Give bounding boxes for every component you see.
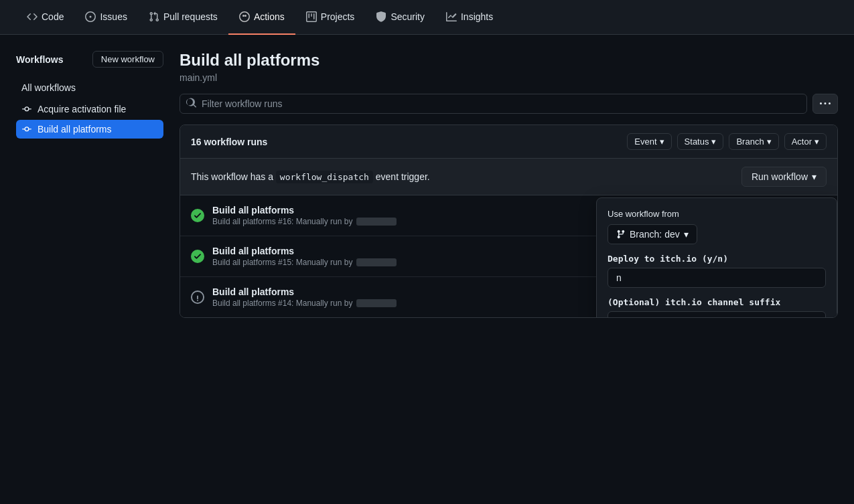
dropdown-use-workflow-label: Use workflow from bbox=[608, 209, 826, 219]
dispatch-code: workflow_dispatch bbox=[276, 171, 373, 183]
status-filter-button[interactable]: Status ▾ bbox=[677, 133, 724, 150]
search-icon bbox=[186, 98, 197, 110]
event-filter-button[interactable]: Event ▾ bbox=[627, 133, 671, 150]
content-header: Build all platforms main.yml bbox=[180, 51, 838, 83]
security-icon bbox=[376, 11, 386, 22]
page-subtitle: main.yml bbox=[180, 72, 838, 83]
workflow-icon bbox=[21, 104, 32, 114]
search-input[interactable] bbox=[180, 94, 807, 114]
status-success-icon bbox=[191, 209, 204, 222]
run-count: 16 workflow runs bbox=[191, 137, 267, 147]
sidebar-item-build-all[interactable]: Build all platforms bbox=[16, 120, 163, 139]
sidebar-item-all-workflows[interactable]: All workflows bbox=[16, 78, 163, 97]
filter-bar bbox=[180, 94, 838, 114]
nav-code[interactable]: Code bbox=[16, 0, 74, 35]
run-workflow-dropdown: Use workflow from Branch: dev ▾ Deploy t… bbox=[596, 197, 837, 318]
projects-icon bbox=[306, 11, 317, 22]
nav-insights[interactable]: Insights bbox=[435, 0, 504, 35]
sidebar: Workflows New workflow All workflows Acq… bbox=[16, 51, 163, 318]
nav-security-label: Security bbox=[390, 11, 425, 22]
nav-issues[interactable]: Issues bbox=[74, 0, 137, 35]
nav-actions-label: Actions bbox=[254, 11, 285, 22]
nav-actions[interactable]: Actions bbox=[228, 0, 295, 35]
chevron-down-icon: ▾ bbox=[684, 229, 689, 240]
sidebar-item-acquire[interactable]: Acquire activation file bbox=[16, 100, 163, 118]
main-layout: Workflows New workflow All workflows Acq… bbox=[0, 35, 854, 334]
actions-icon bbox=[239, 11, 250, 22]
chevron-down-icon: ▾ bbox=[711, 137, 716, 147]
blurred-user bbox=[356, 258, 397, 266]
actor-filter-button[interactable]: Actor ▾ bbox=[784, 133, 827, 150]
more-options-button[interactable] bbox=[812, 94, 838, 114]
deploy-input[interactable] bbox=[608, 268, 826, 288]
deploy-label: Deploy to itch.io (y/n) bbox=[608, 254, 826, 264]
branch-icon bbox=[616, 230, 626, 239]
nav-code-label: Code bbox=[42, 11, 64, 22]
issues-icon bbox=[85, 11, 96, 22]
workflow-icon-active bbox=[21, 124, 32, 135]
pr-icon bbox=[149, 11, 159, 22]
page-title: Build all platforms bbox=[180, 51, 838, 70]
branch-select-label: Branch: dev bbox=[630, 229, 680, 240]
top-navigation: Code Issues Pull requests Actions bbox=[0, 0, 854, 35]
search-wrap bbox=[180, 94, 807, 114]
status-warning-icon bbox=[191, 290, 204, 304]
code-icon bbox=[27, 11, 38, 22]
sidebar-header: Workflows New workflow bbox=[16, 51, 163, 68]
status-success-icon bbox=[191, 250, 204, 263]
sidebar-title: Workflows bbox=[16, 54, 64, 65]
new-workflow-button[interactable]: New workflow bbox=[92, 51, 163, 68]
table-header: 16 workflow runs Event ▾ Status ▾ Branch… bbox=[180, 125, 837, 159]
branch-filter-button[interactable]: Branch ▾ bbox=[729, 133, 778, 150]
chevron-down-icon: ▾ bbox=[767, 137, 772, 147]
nav-projects[interactable]: Projects bbox=[295, 0, 366, 35]
content-area: Build all platforms main.yml bbox=[180, 51, 838, 318]
blurred-user bbox=[356, 218, 397, 226]
nav-issues-label: Issues bbox=[100, 11, 127, 22]
chevron-down-icon: ▾ bbox=[812, 171, 816, 182]
sidebar-item-build-label: Build all platforms bbox=[38, 124, 112, 135]
run-workflow-button[interactable]: Run workflow ▾ bbox=[741, 167, 827, 187]
workflow-table: 16 workflow runs Event ▾ Status ▾ Branch… bbox=[180, 124, 838, 318]
nav-projects-label: Projects bbox=[321, 11, 355, 22]
chevron-down-icon: ▾ bbox=[660, 137, 664, 147]
dispatch-banner: This workflow has a workflow_dispatch ev… bbox=[180, 159, 837, 195]
dispatch-text: This workflow has a workflow_dispatch ev… bbox=[191, 171, 430, 182]
nav-pull-requests[interactable]: Pull requests bbox=[138, 0, 228, 35]
blurred-user bbox=[356, 299, 397, 307]
insights-icon bbox=[446, 11, 457, 22]
nav-pr-label: Pull requests bbox=[163, 11, 218, 22]
branch-select-button[interactable]: Branch: dev ▾ bbox=[608, 224, 697, 244]
sidebar-item-acquire-label: Acquire activation file bbox=[38, 104, 126, 114]
nav-insights-label: Insights bbox=[461, 11, 493, 22]
channel-input[interactable] bbox=[608, 311, 826, 318]
filter-buttons: Event ▾ Status ▾ Branch ▾ Actor ▾ bbox=[627, 133, 827, 150]
chevron-down-icon: ▾ bbox=[814, 137, 819, 147]
nav-security[interactable]: Security bbox=[365, 0, 435, 35]
channel-label: (Optional) itch.io channel suffix bbox=[608, 297, 826, 307]
